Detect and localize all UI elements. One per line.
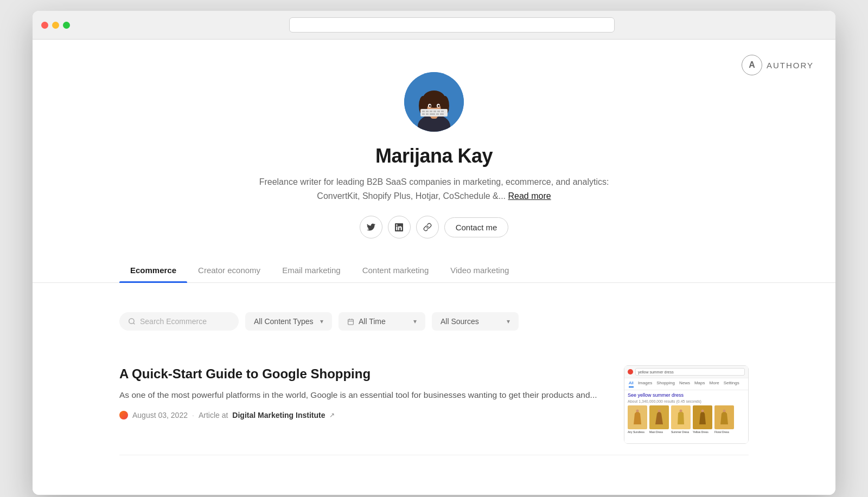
- tab-video-marketing-label: Video marketing: [450, 266, 509, 275]
- link-icon: [423, 223, 432, 231]
- svg-rect-15: [422, 113, 425, 115]
- tab-creator-economy-label: Creator economy: [198, 266, 260, 275]
- authory-letter: A: [749, 60, 755, 70]
- time-filter-label: All Time: [359, 317, 386, 326]
- svg-rect-13: [437, 111, 440, 112]
- product-image-1: [628, 405, 647, 429]
- external-link-icon: ↗: [329, 411, 335, 419]
- twitter-icon: [367, 223, 375, 231]
- svg-point-33: [701, 410, 704, 412]
- product-label-2: Maxi Dress: [649, 430, 669, 434]
- tab-email-marketing[interactable]: Email marketing: [271, 258, 352, 282]
- article-title[interactable]: A Quick-Start Guide to Google Shopping: [119, 365, 602, 382]
- bio-text: Freelance writer for leading B2B SaaS co…: [259, 177, 609, 201]
- thumbnail-browser-bar: yellow summer dress: [624, 366, 748, 378]
- svg-rect-19: [440, 113, 444, 115]
- traffic-lights: [41, 22, 70, 29]
- product-1: Airy Sundress: [628, 405, 647, 434]
- product-label-4: Yellow Dress: [693, 430, 712, 434]
- tab-creator-economy[interactable]: Creator economy: [187, 258, 271, 282]
- search-placeholder: Search Ecommerce: [140, 317, 207, 326]
- svg-rect-8: [421, 109, 447, 116]
- product-image-2: [649, 405, 669, 429]
- svg-rect-18: [436, 113, 439, 115]
- svg-point-30: [636, 410, 639, 412]
- svg-line-25: [133, 323, 135, 325]
- twitter-button[interactable]: [360, 216, 382, 238]
- authory-logo-icon: A: [742, 55, 762, 75]
- website-link-button[interactable]: [416, 216, 439, 238]
- svg-rect-14: [441, 111, 444, 112]
- product-5: Floral Dress: [714, 405, 734, 434]
- tabs-section: Ecommerce Creator economy Email marketin…: [33, 258, 835, 283]
- svg-point-22: [429, 105, 431, 107]
- chevron-down-icon-time: ▾: [413, 318, 417, 325]
- content-types-label: All Content Types: [254, 317, 313, 326]
- authory-logo-text: AUTHORY: [767, 61, 814, 70]
- product-image-5: [714, 405, 734, 429]
- tab-ecommerce[interactable]: Ecommerce: [119, 258, 187, 282]
- articles-section: A Quick-Start Guide to Google Shopping A…: [33, 344, 835, 466]
- browser-window: A AUTHORY: [33, 11, 835, 495]
- traffic-light-yellow[interactable]: [52, 22, 59, 29]
- url-bar[interactable]: [289, 17, 615, 33]
- product-image-4: [693, 405, 712, 429]
- read-more-link[interactable]: Read more: [508, 191, 551, 201]
- tab-ecommerce-label: Ecommerce: [130, 266, 176, 275]
- article-type: Article at: [199, 411, 228, 419]
- article-thumbnail[interactable]: yellow summer dress All Images Shopping …: [624, 365, 749, 444]
- svg-rect-16: [426, 113, 429, 115]
- sources-label: All Sources: [441, 317, 479, 326]
- linkedin-icon: [395, 223, 403, 231]
- contact-button[interactable]: Contact me: [444, 217, 509, 237]
- chevron-down-icon: ▾: [320, 318, 323, 325]
- product-image-3: [671, 405, 691, 429]
- linkedin-button[interactable]: [388, 216, 411, 238]
- filter-row: Search Ecommerce All Content Types ▾ All…: [33, 299, 835, 344]
- product-label-3: Summer Dress: [671, 430, 691, 434]
- profile-name: Marijana Kay: [375, 145, 493, 167]
- tab-content-marketing-label: Content marketing: [362, 266, 429, 275]
- svg-point-23: [438, 105, 440, 107]
- thumbnail-content: See yellow summer dress About 1,340,000,…: [624, 390, 748, 443]
- profile-section: Marijana Kay Freelance writer for leadin…: [33, 40, 835, 299]
- tab-email-marketing-label: Email marketing: [282, 266, 341, 275]
- svg-rect-11: [430, 111, 432, 112]
- meta-separator: ·: [192, 411, 194, 419]
- thumbnail-subtext: About 1,340,000,000 results (0.45 second…: [628, 399, 745, 403]
- browser-chrome: [33, 11, 835, 40]
- article-date: August 03, 2022: [132, 411, 188, 419]
- authory-logo: A AUTHORY: [742, 55, 814, 75]
- svg-rect-17: [430, 113, 435, 115]
- article-text: A Quick-Start Guide to Google Shopping A…: [119, 365, 602, 419]
- page-content: A AUTHORY: [33, 40, 835, 495]
- thumbnail-search-bar: yellow summer dress: [635, 368, 745, 376]
- traffic-light-green[interactable]: [63, 22, 70, 29]
- social-links: Contact me: [360, 216, 509, 238]
- avatar: [404, 72, 464, 132]
- thumbnail-heading: See yellow summer dress: [628, 392, 745, 398]
- svg-rect-26: [348, 319, 354, 325]
- svg-point-34: [723, 410, 726, 412]
- product-label-5: Floral Dress: [714, 430, 734, 434]
- search-icon: [128, 318, 136, 325]
- product-2: Maxi Dress: [649, 405, 669, 434]
- article-meta: August 03, 2022 · Article at Digital Mar…: [119, 411, 602, 419]
- svg-rect-10: [426, 111, 429, 112]
- product-4: Yellow Dress: [693, 405, 712, 434]
- sources-dropdown[interactable]: All Sources ▾: [432, 312, 519, 331]
- profile-bio: Freelance writer for leading B2B SaaS co…: [244, 175, 624, 203]
- thumbnail-nav: All Images Shopping News Maps More Setti…: [624, 378, 748, 390]
- source-favicon: [119, 411, 128, 419]
- svg-point-32: [680, 410, 682, 412]
- svg-point-24: [129, 319, 134, 324]
- tab-content-marketing[interactable]: Content marketing: [352, 258, 440, 282]
- tab-video-marketing[interactable]: Video marketing: [439, 258, 520, 282]
- traffic-light-red[interactable]: [41, 22, 48, 29]
- search-box[interactable]: Search Ecommerce: [119, 312, 239, 331]
- calendar-icon: [347, 318, 354, 325]
- article-source[interactable]: Digital Marketing Institute: [232, 411, 325, 419]
- content-types-dropdown[interactable]: All Content Types ▾: [245, 312, 332, 331]
- product-3: Summer Dress: [671, 405, 691, 434]
- time-filter-dropdown[interactable]: All Time ▾: [339, 312, 425, 331]
